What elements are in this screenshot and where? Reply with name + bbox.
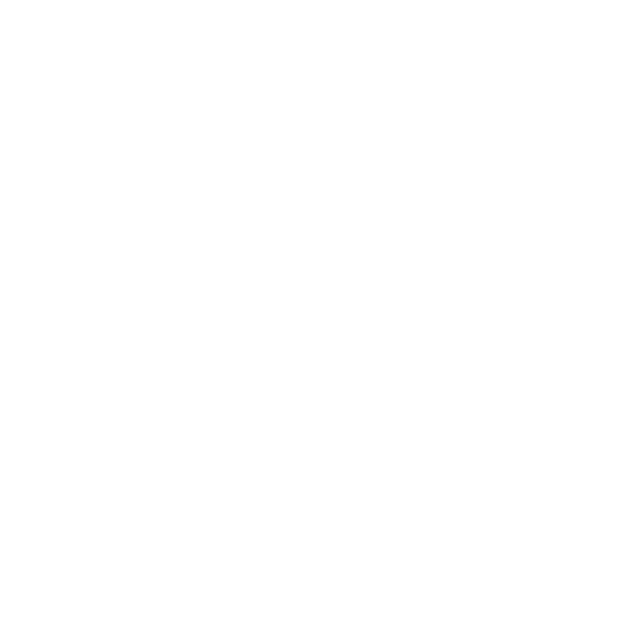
gradient-background [16,23,628,634]
plot-area [16,23,628,634]
bottleneck-chart [16,23,628,634]
chart-container [0,0,644,644]
